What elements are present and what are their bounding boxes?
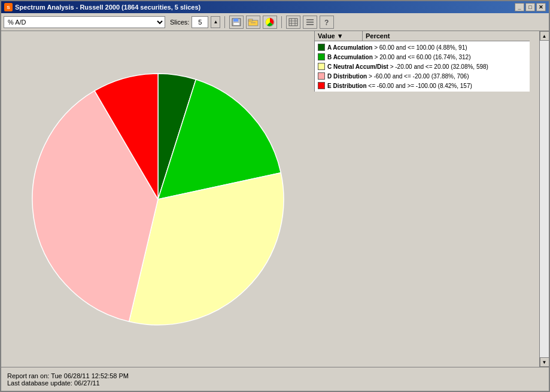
toolbar: % A/D Slices: ▲ (1, 13, 549, 31)
legend-header: Value ▼ Percent (315, 31, 530, 41)
legend-items: A Accumulation > 60.00 and <= 100.00 (4.… (315, 41, 530, 92)
scroll-up-button[interactable]: ▲ (540, 31, 549, 41)
help-icon: ? (322, 18, 332, 26)
svg-rect-7 (289, 19, 297, 26)
toolbar-separator-2 (281, 16, 282, 28)
pie-chart-button[interactable] (263, 16, 277, 29)
title-bar-left: S Spectrum Analysis - Russell 2000 (1864… (4, 3, 200, 11)
legend-color-4 (318, 82, 325, 89)
window-title: Spectrum Analysis - Russell 2000 (1864 s… (15, 4, 200, 11)
legend-item-text-2: C Neutral Accum/Dist > -20.00 and <= 20.… (327, 63, 527, 70)
sort-icon[interactable]: ▼ (337, 32, 344, 39)
list-icon (305, 18, 315, 26)
legend-item: B Accumulation > 20.00 and <= 60.00 (16.… (316, 52, 528, 62)
chart-area (1, 31, 314, 367)
legend-panel: Value ▼ Percent A Accumulation > 60.00 a… (314, 31, 530, 92)
legend-item-text-3: D Distribution > -60.00 and <= -20.00 (3… (327, 73, 527, 80)
legend-color-1 (318, 53, 325, 60)
open-button[interactable] (246, 16, 260, 29)
app-icon: S (4, 3, 13, 11)
legend-color-0 (318, 44, 325, 51)
report-ran-text: Report ran on: Tue 06/28/11 12:52:58 PM (7, 372, 543, 379)
legend-item-text-1: B Accumulation > 20.00 and <= 60.00 (16.… (327, 54, 527, 60)
pie-chart (14, 56, 302, 343)
slices-label: Slices: (170, 19, 189, 26)
svg-rect-1 (233, 19, 238, 22)
title-bar: S Spectrum Analysis - Russell 2000 (1864… (1, 1, 549, 13)
pie-container (14, 56, 302, 343)
svg-rect-2 (233, 23, 239, 25)
percent-label: Percent (366, 32, 390, 39)
grid-icon (288, 18, 298, 26)
scroll-track[interactable] (540, 41, 549, 357)
slices-up-button[interactable]: ▲ (211, 16, 220, 28)
title-bar-buttons: _ □ ✕ (515, 3, 546, 11)
save-button[interactable] (229, 16, 244, 29)
open-icon (248, 18, 259, 26)
legend-percent-header: Percent (363, 31, 530, 41)
last-update-text: Last database update: 06/27/11 (7, 379, 543, 387)
legend-item: A Accumulation > 60.00 and <= 100.00 (4.… (316, 42, 528, 52)
main-content: Value ▼ Percent A Accumulation > 60.00 a… (1, 31, 549, 367)
legend-item: C Neutral Accum/Dist > -20.00 and <= 20.… (316, 62, 528, 71)
maximize-button[interactable]: □ (525, 3, 535, 11)
legend-color-3 (318, 72, 325, 80)
value-label: Value (318, 32, 335, 39)
svg-text:?: ? (324, 19, 329, 26)
right-panel: Value ▼ Percent A Accumulation > 60.00 a… (314, 31, 539, 367)
indicator-dropdown[interactable]: % A/D (4, 16, 165, 28)
grid-button[interactable] (286, 16, 300, 29)
pie-icon (265, 17, 275, 27)
legend-item-text-0: A Accumulation > 60.00 and <= 100.00 (4.… (327, 44, 527, 51)
legend-item-text-4: E Distribution <= -60.00 and >= -100.00 … (327, 83, 527, 89)
main-window: S Spectrum Analysis - Russell 2000 (1864… (0, 0, 550, 392)
close-button[interactable]: ✕ (536, 3, 546, 11)
legend-item: E Distribution <= -60.00 and >= -100.00 … (316, 81, 528, 90)
minimize-button[interactable]: _ (515, 3, 524, 11)
legend-item: D Distribution > -60.00 and <= -20.00 (3… (316, 71, 528, 81)
legend-color-2 (318, 63, 325, 70)
save-icon (232, 18, 241, 26)
status-bar: Report ran on: Tue 06/28/11 12:52:58 PM … (1, 367, 549, 391)
scroll-down-button[interactable]: ▼ (540, 357, 549, 367)
help-button[interactable]: ? (320, 16, 334, 29)
toolbar-separator-1 (224, 16, 225, 28)
svg-rect-4 (248, 19, 253, 21)
scrollbar-vertical: ▲ ▼ (539, 31, 549, 367)
list-button[interactable] (303, 16, 317, 29)
slices-input[interactable] (192, 16, 208, 28)
legend-value-header: Value ▼ (315, 31, 363, 41)
